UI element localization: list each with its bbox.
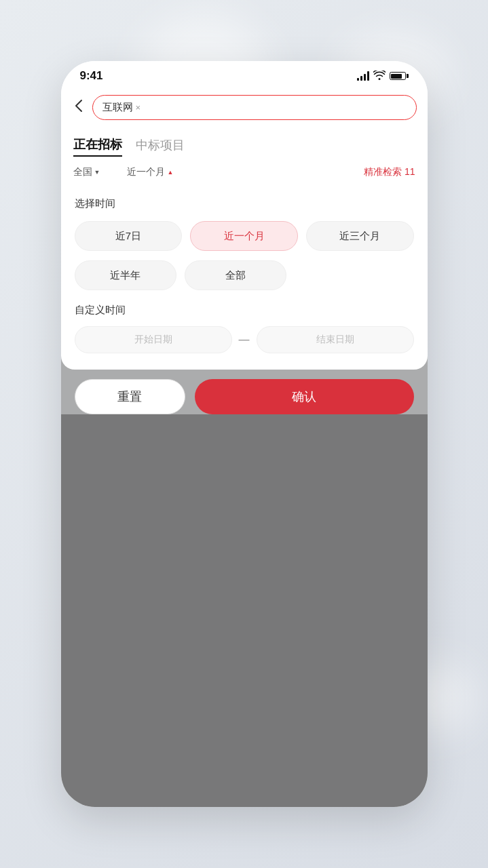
filter-time-arrow: ▲ (167, 169, 173, 176)
tabs-row: 正在招标 中标项目 (61, 130, 428, 161)
modal-backdrop[interactable] (61, 414, 428, 807)
date-start-input[interactable]: 开始日期 (75, 326, 232, 353)
action-row: 重置 确认 (61, 370, 428, 414)
status-bar: 9:41 (61, 61, 428, 88)
confirm-button[interactable]: 确认 (195, 379, 414, 414)
date-range-row: 开始日期 — 结束日期 (75, 326, 414, 353)
time-section-title: 选择时间 (75, 197, 414, 210)
status-time: 9:41 (80, 69, 103, 83)
signal-bar-3 (364, 74, 366, 81)
date-end-input[interactable]: 结束日期 (257, 326, 414, 353)
filter-region-button[interactable]: 全国 ▼ (73, 166, 100, 178)
filter-region-label: 全国 (73, 166, 92, 178)
battery-body (390, 72, 406, 80)
signal-bar-1 (357, 78, 359, 81)
search-input-container[interactable]: 互联网 × (92, 95, 417, 120)
status-icons (357, 71, 409, 82)
date-panel: 选择时间 近7日 近一个月 近三个月 近半年 全部 自定义时间 开始日期 — 结… (61, 184, 428, 370)
tab-awarded[interactable]: 中标项目 (136, 137, 185, 156)
filter-row: 全国 ▼ 近一个月 ▲ 精准检索 11 (61, 161, 428, 184)
tab-bidding[interactable]: 正在招标 (73, 136, 122, 157)
back-button[interactable] (72, 96, 86, 119)
filter-region-arrow: ▼ (94, 169, 100, 176)
signal-bar-4 (367, 71, 369, 81)
signal-bar-2 (360, 76, 362, 81)
date-dash: — (239, 334, 250, 346)
search-tag-close-icon[interactable]: × (136, 102, 141, 113)
time-option-7days[interactable]: 近7日 (75, 221, 183, 251)
search-tag-text: 互联网 (102, 101, 133, 114)
battery-fill (391, 74, 402, 79)
time-option-6months[interactable]: 近半年 (75, 260, 176, 290)
search-area: 互联网 × (61, 88, 428, 130)
time-option-1month[interactable]: 近一个月 (190, 221, 298, 251)
battery-icon (390, 72, 409, 80)
time-options-row-1: 近7日 近一个月 近三个月 (75, 221, 414, 251)
filter-time-label: 近一个月 (127, 166, 165, 178)
filter-time-button[interactable]: 近一个月 ▲ (127, 166, 173, 178)
phone-frame: 9:41 (61, 61, 428, 807)
modal-overlay[interactable]: 选择时间 近7日 近一个月 近三个月 近半年 全部 自定义时间 开始日期 — 结… (61, 184, 428, 807)
signal-icon (357, 71, 369, 81)
wifi-icon (373, 71, 386, 82)
time-options-row-2: 近半年 全部 (75, 260, 414, 290)
custom-time-title: 自定义时间 (75, 304, 414, 317)
search-tag: 互联网 × (102, 101, 141, 114)
reset-button[interactable]: 重置 (75, 379, 185, 414)
battery-tip (407, 74, 409, 78)
time-option-3months[interactable]: 近三个月 (306, 221, 414, 251)
filter-precise-button[interactable]: 精准检索 11 (364, 166, 415, 178)
time-option-all[interactable]: 全部 (185, 260, 286, 290)
